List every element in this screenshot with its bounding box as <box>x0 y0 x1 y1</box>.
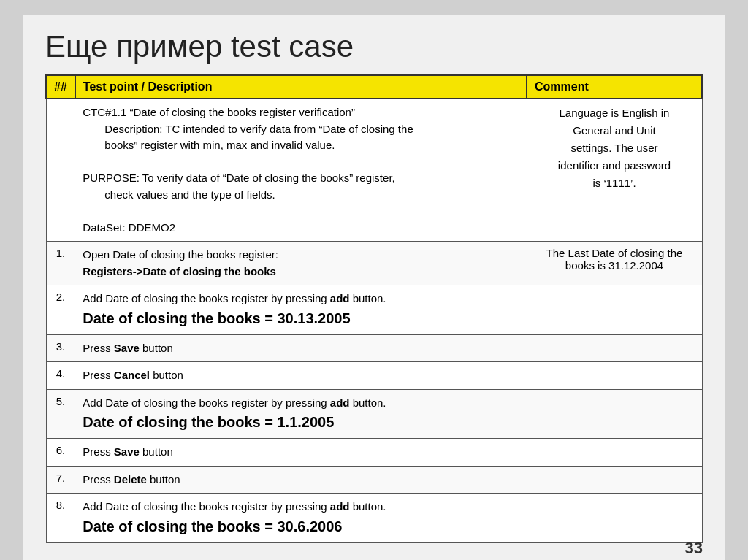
desc-line6: DataSet: DDEMO2 <box>83 221 175 234</box>
table-row: 5. Add Date of closing the books registe… <box>46 389 702 439</box>
desc-text: Press Save button <box>83 342 172 354</box>
row-num: 1. <box>46 242 75 285</box>
row-description: Add Date of closing the books register b… <box>75 389 527 439</box>
desc-text: Add Date of closing the books register b… <box>83 292 386 304</box>
table-row: 4. Press Cancel button <box>46 362 702 390</box>
row-comment <box>527 439 702 467</box>
row-num: 7. <box>46 466 75 494</box>
row-num <box>46 99 75 242</box>
row-num: 6. <box>46 439 75 467</box>
row-description: Add Date of closing the books register b… <box>75 285 527 335</box>
desc-text: Press Cancel button <box>83 369 183 381</box>
desc-text: Add Date of closing the books register b… <box>83 396 386 409</box>
row-description: Press Save button <box>75 439 527 467</box>
row-num: 3. <box>46 334 75 362</box>
row-description: Open Date of closing the books register:… <box>75 242 527 285</box>
row-num: 8. <box>46 494 75 543</box>
desc-line1: CTC#1.1 “Date of closing the books regis… <box>83 106 355 118</box>
test-case-table: ## Test point / Description Comment CTC#… <box>45 74 703 543</box>
row-num: 2. <box>46 285 75 335</box>
table-row: 2. Add Date of closing the books registe… <box>46 285 702 335</box>
desc-text: Add Date of closing the books register b… <box>83 500 386 513</box>
table-header-row: ## Test point / Description Comment <box>46 75 702 99</box>
desc-bold: Registers->Date of closing the books <box>83 265 276 277</box>
row-comment <box>527 362 702 390</box>
row-comment <box>527 466 702 494</box>
row-description: Press Cancel button <box>75 362 527 390</box>
desc-text: Press Save button <box>83 445 172 458</box>
table-row: 8. Add Date of closing the books registe… <box>46 494 702 543</box>
row-num: 4. <box>46 362 75 390</box>
table-row: 6. Press Save button <box>46 439 702 467</box>
desc-line2: Description: TC intended to verify data … <box>83 121 519 138</box>
desc-big-text: Date of closing the books = 1.1.2005 <box>83 414 334 430</box>
col-header-comment: Comment <box>527 75 702 99</box>
desc-line3: books” register with min, max and invali… <box>83 137 519 154</box>
row-comment: The Last Date of closing the books is 31… <box>527 242 702 285</box>
row-comment <box>527 389 702 439</box>
desc-line5: check values and the type of fields. <box>83 187 519 204</box>
col-header-num: ## <box>46 75 75 99</box>
col-header-description: Test point / Description <box>75 75 527 99</box>
desc-line4: PURPOSE: To verify data of “Date of clos… <box>83 172 394 184</box>
desc-big-text: Date of closing the books = 30.6.2006 <box>83 518 342 534</box>
row-description: CTC#1.1 “Date of closing the books regis… <box>75 99 527 242</box>
row-description: Press Save button <box>75 334 527 362</box>
slide-title: Еще пример test case <box>45 29 703 64</box>
page-number: 33 <box>685 539 703 558</box>
row-description: Add Date of closing the books register b… <box>75 494 527 543</box>
row-comment <box>527 334 702 362</box>
table-row: 7. Press Delete button <box>46 466 702 494</box>
desc-text: Press Delete button <box>83 473 180 486</box>
table-row: 1. Open Date of closing the books regist… <box>46 242 702 285</box>
slide: Еще пример test case ## Test point / Des… <box>23 15 725 560</box>
desc-big-text: Date of closing the books = 30.13.2005 <box>83 310 350 326</box>
row-num: 5. <box>46 389 75 439</box>
row-comment <box>527 285 702 335</box>
desc-text: Open Date of closing the books register: <box>83 248 278 261</box>
row-description: Press Delete button <box>75 466 527 494</box>
table-row: 3. Press Save button <box>46 334 702 362</box>
row-comment <box>527 494 702 543</box>
row-comment: Language is English inGeneral and Unitse… <box>527 99 702 242</box>
table-row: CTC#1.1 “Date of closing the books regis… <box>46 99 702 242</box>
